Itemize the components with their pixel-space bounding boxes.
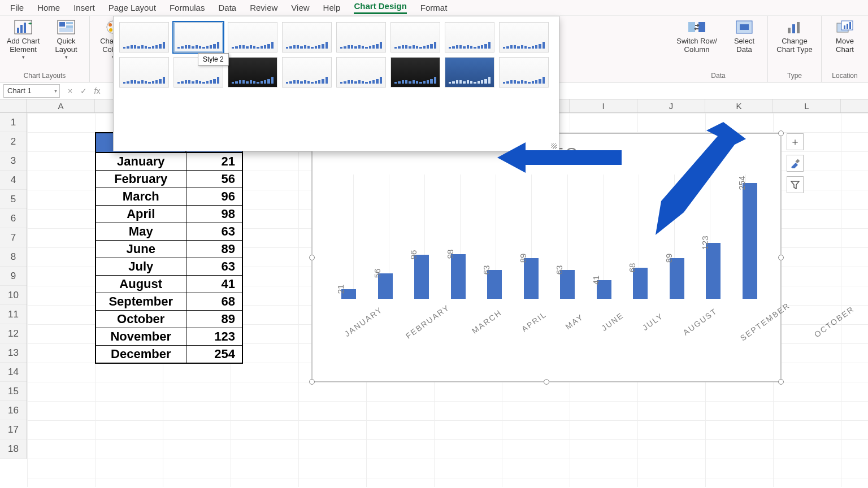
table-row[interactable]: January21 <box>96 152 242 171</box>
tab-home[interactable]: Home <box>31 1 67 15</box>
worksheet[interactable]: ABCDEFGHIJKL 123456789101112131415161718… <box>0 99 868 487</box>
chart-style-5[interactable] <box>336 22 386 53</box>
row-header[interactable]: 6 <box>0 209 27 228</box>
data-table[interactable]: MonthSales January21February56March96Apr… <box>95 132 243 364</box>
annotation-arrow <box>497 138 622 177</box>
tab-review[interactable]: Review <box>243 1 284 15</box>
col-header[interactable]: K <box>705 99 773 112</box>
table-row[interactable]: October89 <box>96 311 242 328</box>
table-row[interactable]: August41 <box>96 276 242 293</box>
table-row[interactable]: April98 <box>96 206 242 223</box>
table-row[interactable]: December254 <box>96 346 242 364</box>
chart-style-gallery[interactable] <box>113 16 559 151</box>
chart-filters-button[interactable] <box>787 176 804 193</box>
resize-handle[interactable] <box>778 255 784 260</box>
quick-layout-button[interactable]: Quick Layout ▾ <box>47 18 85 60</box>
chart-style-9[interactable] <box>119 57 169 88</box>
tab-page-layout[interactable]: Page Layout <box>102 1 163 15</box>
svg-rect-6 <box>59 22 65 27</box>
row-header[interactable]: 4 <box>0 171 27 190</box>
move-chart-button[interactable]: Move Chart <box>826 18 863 54</box>
chart-style-8[interactable] <box>499 22 549 53</box>
row-header[interactable]: 16 <box>0 401 27 420</box>
chart-style-14[interactable] <box>390 57 440 88</box>
row-header[interactable]: 1 <box>0 113 27 132</box>
row-header[interactable]: 12 <box>0 324 27 343</box>
tab-chart-design[interactable]: Chart Design <box>347 0 413 16</box>
row-header[interactable]: 9 <box>0 267 27 286</box>
table-row[interactable]: November123 <box>96 328 242 346</box>
chart-bar[interactable]: 63 <box>484 270 505 299</box>
chart-style-15[interactable] <box>445 57 494 88</box>
chart-bar[interactable]: 89 <box>667 258 688 299</box>
fx-cancel-icon[interactable]: × <box>63 86 77 95</box>
chart-style-1[interactable] <box>119 22 169 53</box>
col-header[interactable]: I <box>570 99 637 112</box>
resize-handle[interactable] <box>309 379 315 385</box>
tab-format[interactable]: Format <box>414 1 454 15</box>
chart-bar[interactable]: 56 <box>375 273 396 299</box>
resize-handle[interactable] <box>544 379 549 385</box>
tab-file[interactable]: File <box>3 1 31 15</box>
row-header[interactable]: 10 <box>0 286 27 305</box>
chart-style-4[interactable] <box>282 22 332 53</box>
chart-style-3[interactable] <box>228 22 277 53</box>
resize-handle[interactable] <box>778 130 784 136</box>
chart-x-axis[interactable]: JANUARYFEBRUARYMARCHAPRILMAYJUNEJULYAUGU… <box>335 303 763 371</box>
row-header[interactable]: 5 <box>0 190 27 209</box>
col-header[interactable]: A <box>27 99 95 112</box>
table-row[interactable]: June89 <box>96 241 242 258</box>
row-header[interactable]: 11 <box>0 305 27 324</box>
chart-style-6[interactable] <box>390 22 440 53</box>
tab-formulas[interactable]: Formulas <box>163 1 212 15</box>
row-header[interactable]: 15 <box>0 382 27 401</box>
chart-bar[interactable]: 68 <box>630 268 651 299</box>
tab-data[interactable]: Data <box>211 1 243 15</box>
chart-bar[interactable]: 98 <box>448 254 469 299</box>
select-all-corner[interactable] <box>0 99 27 112</box>
chart-style-7[interactable] <box>445 22 494 53</box>
row-header[interactable]: 18 <box>0 439 27 459</box>
change-chart-type-button[interactable]: Change Chart Type <box>772 18 817 54</box>
col-header[interactable]: J <box>637 99 705 112</box>
name-box[interactable]: Chart 1 <box>3 84 60 98</box>
chart-bar[interactable]: 21 <box>338 289 359 299</box>
chart-bar[interactable]: 96 <box>411 255 432 299</box>
chart-bar[interactable]: 89 <box>521 258 542 299</box>
fx-enter-icon[interactable]: ✓ <box>77 86 90 95</box>
row-header[interactable]: 3 <box>0 151 27 171</box>
chart-style-11[interactable] <box>228 57 277 88</box>
fx-icon[interactable]: fx <box>90 86 104 95</box>
group-label: Type <box>787 72 802 81</box>
chart-style-13[interactable] <box>336 57 386 88</box>
chart-bar[interactable]: 41 <box>594 280 615 299</box>
row-header[interactable]: 7 <box>0 228 27 247</box>
row-header[interactable]: 14 <box>0 363 27 382</box>
chart-style-12[interactable] <box>282 57 332 88</box>
chart-style-2[interactable] <box>173 22 223 53</box>
row-header[interactable]: 2 <box>0 132 27 151</box>
chart-bar[interactable]: 63 <box>557 270 578 299</box>
chart-styles-button[interactable] <box>787 155 804 172</box>
table-row[interactable]: May63 <box>96 223 242 241</box>
tab-view[interactable]: View <box>284 1 316 15</box>
row-header[interactable]: 17 <box>0 420 27 439</box>
row-header[interactable]: 13 <box>0 343 27 363</box>
table-row[interactable]: July63 <box>96 258 242 276</box>
chart-elements-button[interactable]: ＋ <box>787 133 804 150</box>
chart-bar[interactable]: 123 <box>703 243 724 299</box>
chevron-down-icon: ▾ <box>65 54 68 60</box>
switch-row-column-button[interactable]: Switch Row/ Column <box>674 18 720 54</box>
chart-style-16[interactable] <box>499 57 549 88</box>
add-chart-element-button[interactable]: + Add Chart Element ▾ <box>5 18 42 60</box>
chart-side-buttons: ＋ <box>787 133 804 193</box>
tab-insert[interactable]: Insert <box>67 1 102 15</box>
resize-handle[interactable] <box>309 255 315 260</box>
table-row[interactable]: February56 <box>96 171 242 188</box>
table-row[interactable]: September68 <box>96 293 242 311</box>
select-data-button[interactable]: Select Data <box>726 18 763 54</box>
row-header[interactable]: 8 <box>0 247 27 267</box>
table-row[interactable]: March96 <box>96 188 242 206</box>
col-header[interactable]: L <box>773 99 841 112</box>
tab-help[interactable]: Help <box>316 1 348 15</box>
